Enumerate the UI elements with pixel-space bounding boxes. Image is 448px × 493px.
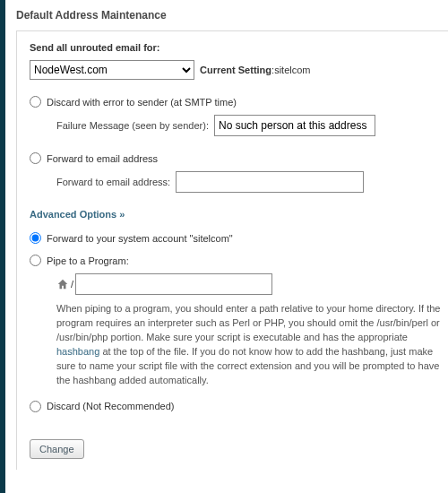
domain-select[interactable]: NodeWest.com bbox=[30, 60, 194, 80]
current-setting-label: Current Setting bbox=[200, 65, 271, 75]
pipe-note: When piping to a program, you should ent… bbox=[56, 302, 441, 388]
page-title: Default Address Maintenance bbox=[16, 9, 448, 22]
settings-panel: Send all unrouted email for: NodeWest.co… bbox=[16, 30, 448, 470]
opt-discard-error[interactable] bbox=[30, 96, 41, 108]
current-setting-value: sitelcom bbox=[274, 65, 310, 75]
opt-pipe-label: Pipe to a Program: bbox=[47, 255, 129, 266]
opt-forward-sys-label: Forward to your system account "sitelcom… bbox=[47, 233, 233, 244]
forward-addr-sublabel: Forward to email address: bbox=[56, 177, 170, 187]
failure-msg-input[interactable] bbox=[214, 115, 375, 136]
opt-discard-error-label: Discard with error to sender (at SMTP ti… bbox=[47, 97, 237, 108]
opt-pipe[interactable] bbox=[30, 255, 41, 266]
pipe-path-prefix: / bbox=[71, 279, 73, 290]
change-button[interactable]: Change bbox=[30, 439, 84, 459]
opt-forward-sys[interactable] bbox=[30, 232, 41, 244]
unrouted-label: Send all unrouted email for: bbox=[30, 42, 441, 53]
forward-addr-input[interactable] bbox=[176, 171, 364, 193]
home-icon bbox=[56, 278, 71, 290]
opt-forward-addr[interactable] bbox=[30, 152, 41, 164]
advanced-options-title: Advanced Options » bbox=[30, 209, 441, 220]
pipe-path-input[interactable] bbox=[75, 273, 272, 295]
failure-msg-label: Failure Message (seen by sender): bbox=[56, 120, 209, 131]
opt-discard-nr[interactable] bbox=[30, 401, 41, 412]
hashbang-link[interactable]: hashbang bbox=[56, 346, 99, 357]
opt-discard-nr-label: Discard (Not Recommended) bbox=[47, 401, 174, 411]
opt-forward-addr-label: Forward to email address bbox=[47, 153, 158, 164]
